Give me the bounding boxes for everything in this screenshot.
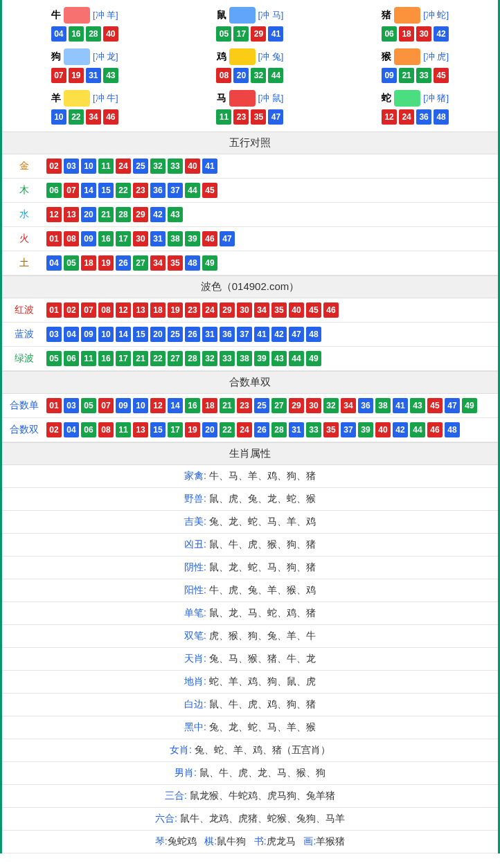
number-ball: 04 — [64, 327, 79, 342]
number-ball: 10 — [81, 159, 96, 174]
bose-title: 波色（014902.com） — [2, 275, 498, 298]
number-ball: 43 — [271, 351, 287, 366]
number-ball: 13 — [133, 422, 148, 437]
zodiac-chong: [冲 兔] — [258, 51, 284, 63]
attr-row: 黑中: 兔、龙、蛇、马、羊、猴 — [2, 716, 498, 739]
number-ball: 19 — [185, 422, 200, 437]
number-ball: 11 — [116, 422, 131, 437]
number-ball: 09 — [81, 231, 96, 246]
attr-value: 鼠、虎、兔、龙、蛇、猴 — [209, 493, 316, 504]
row-label: 金 — [8, 160, 41, 172]
attr-label: 吉美: — [184, 516, 206, 527]
number-ball: 43 — [168, 207, 183, 222]
attr-value: 鼠牛、龙鸡、虎猪、蛇猴、兔狗、马羊 — [180, 813, 345, 824]
bose-row: 红波0102070812131819232429303435404546 — [2, 298, 498, 323]
number-ball: 36 — [416, 109, 431, 125]
zodiac-name: 鸡 — [217, 51, 226, 63]
number-ball: 08 — [98, 302, 114, 318]
number-ball: 17 — [116, 231, 131, 246]
zodiac-icon — [394, 7, 420, 24]
number-ball: 45 — [306, 302, 321, 318]
zodiac-icon — [64, 90, 90, 107]
attr-row: 女肖: 兔、蛇、羊、鸡、猪（五宫肖） — [2, 739, 498, 762]
number-ball: 46 — [323, 302, 339, 318]
number-ball: 26 — [116, 255, 131, 271]
number-ball: 36 — [358, 398, 373, 413]
row-balls: 04051819262734354849 — [41, 255, 217, 271]
attr-label: 单笔: — [184, 607, 206, 618]
attr-row: 天肖: 兔、马、猴、猪、牛、龙 — [2, 648, 498, 671]
number-ball: 13 — [64, 207, 79, 222]
number-ball: 42 — [434, 26, 449, 42]
zodiac-chong: [冲 羊] — [93, 9, 118, 21]
attr-row: 男肖: 鼠、牛、虎、龙、马、猴、狗 — [2, 762, 498, 785]
number-ball: 03 — [64, 159, 79, 174]
attr-row: 六合: 鼠牛、龙鸡、虎猪、蛇猴、兔狗、马羊 — [2, 808, 498, 831]
attr-value: 兔、马、猴、猪、牛、龙 — [209, 653, 316, 664]
number-ball: 07 — [98, 398, 114, 413]
zodiac-grid: 牛[冲 羊]04162840鼠[冲 马]05172941猪[冲 蛇]061830… — [2, 0, 498, 132]
zodiac-icon — [229, 48, 256, 65]
attr-row: 单笔: 鼠、龙、马、蛇、鸡、猪 — [2, 602, 498, 625]
number-ball: 18 — [202, 398, 217, 413]
number-ball: 32 — [323, 398, 339, 413]
attr-label: 家禽: — [184, 470, 206, 481]
number-ball: 42 — [150, 207, 166, 222]
number-ball: 29 — [220, 302, 235, 318]
number-ball: 14 — [81, 183, 96, 198]
number-ball: 44 — [289, 351, 304, 366]
number-ball: 46 — [202, 231, 217, 246]
number-ball: 09 — [81, 327, 96, 342]
number-ball: 30 — [133, 231, 148, 246]
number-ball: 03 — [46, 327, 62, 342]
attr-label: 黑中: — [184, 721, 206, 732]
zodiac-icon — [394, 90, 420, 107]
zodiac-chong: [冲 蛇] — [423, 9, 449, 21]
number-ball: 05 — [81, 398, 96, 413]
number-ball: 37 — [341, 422, 356, 437]
number-ball: 09 — [382, 68, 397, 83]
number-ball: 18 — [150, 302, 166, 318]
attr-label: 天肖: — [184, 653, 206, 664]
number-ball: 20 — [150, 327, 166, 342]
number-ball: 37 — [237, 327, 252, 342]
number-ball: 02 — [46, 422, 62, 437]
number-ball: 09 — [116, 398, 131, 413]
number-ball: 35 — [271, 302, 287, 318]
number-ball: 07 — [51, 68, 66, 83]
attr-row: 家禽: 牛、马、羊、鸡、狗、猪 — [2, 465, 498, 488]
wuxing-row: 水1213202128294243 — [2, 203, 498, 227]
heshu-title: 合数单双 — [2, 371, 498, 394]
zodiac-balls: 04162840 — [2, 26, 168, 42]
number-ball: 41 — [202, 159, 217, 174]
number-ball: 49 — [202, 255, 217, 271]
zodiac-icon — [64, 48, 90, 65]
row-label: 绿波 — [8, 352, 41, 365]
number-ball: 11 — [98, 159, 114, 174]
attr-label: 三合: — [165, 790, 187, 801]
bose-row: 绿波05061116172122272832333839434449 — [2, 347, 498, 371]
row-label: 蓝波 — [8, 328, 41, 341]
number-ball: 08 — [98, 422, 114, 437]
attr-value: 牛、马、羊、鸡、狗、猪 — [209, 470, 316, 481]
number-ball: 05 — [64, 255, 79, 271]
number-ball: 02 — [64, 302, 79, 318]
number-ball: 31 — [202, 327, 217, 342]
number-ball: 34 — [254, 302, 269, 318]
number-ball: 33 — [306, 422, 321, 437]
number-ball: 23 — [233, 109, 249, 125]
number-ball: 29 — [133, 207, 148, 222]
number-ball: 26 — [185, 327, 200, 342]
number-ball: 36 — [220, 327, 235, 342]
number-ball: 10 — [133, 398, 148, 413]
number-ball: 48 — [445, 422, 460, 437]
number-ball: 14 — [168, 398, 183, 413]
bottom-row: 琴:兔蛇鸡 棋:鼠牛狗 书:虎龙马 画:羊猴猪 — [2, 831, 498, 853]
zodiac-name: 猴 — [382, 51, 391, 63]
zodiac-chong: [冲 虎] — [423, 51, 449, 63]
zodiac-cell: 羊[冲 牛]10223446 — [2, 87, 168, 128]
wuxing-row: 金02031011242532334041 — [2, 154, 498, 179]
shu-label: 书: — [254, 835, 267, 847]
number-ball: 21 — [399, 68, 414, 83]
number-ball: 49 — [306, 351, 321, 366]
